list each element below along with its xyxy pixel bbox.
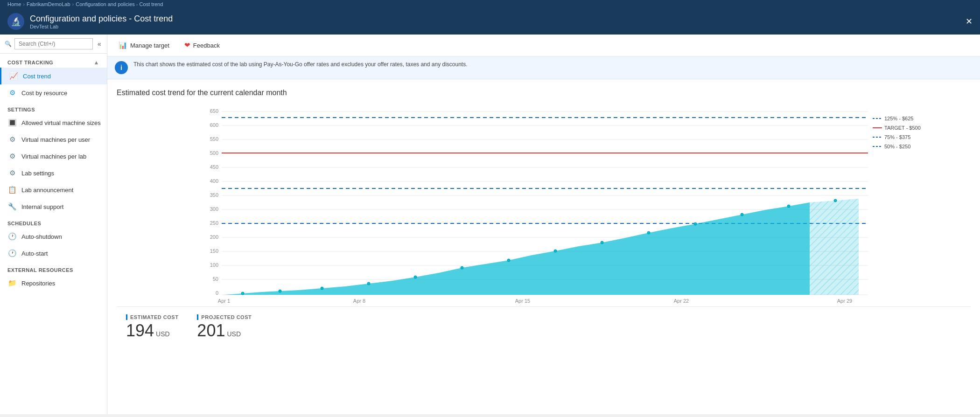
- close-button[interactable]: ✕: [966, 16, 973, 27]
- svg-text:500: 500: [210, 150, 218, 156]
- svg-point-43: [554, 250, 557, 252]
- search-icon: 🔍: [5, 41, 12, 47]
- sidebar: 🔍 « COST TRACKING ▲ 📈 Cost trend ⚙ Cost …: [0, 35, 107, 414]
- top-bar: 🔬 Configuration and policies - Cost tren…: [0, 8, 980, 35]
- manage-target-button[interactable]: 📊 Manage target: [115, 39, 173, 51]
- svg-point-40: [414, 276, 417, 278]
- svg-text:550: 550: [210, 136, 218, 142]
- sidebar-label-auto-start: Auto-start: [21, 250, 48, 257]
- cost-summary: ESTIMATED COST 194 USD PROJECTED COST 20…: [117, 306, 971, 348]
- section-label-cost-tracking: COST TRACKING: [7, 60, 53, 65]
- section-label-schedules: SCHEDULES: [7, 221, 41, 226]
- sidebar-label-lab-settings: Lab settings: [21, 170, 54, 177]
- svg-marker-33: [224, 202, 810, 295]
- announcement-icon: 📋: [7, 185, 17, 195]
- sidebar-label-lab-announcement: Lab announcement: [21, 187, 73, 194]
- sidebar-item-auto-start[interactable]: 🕐 Auto-start: [0, 245, 107, 262]
- feedback-button[interactable]: ❤ Feedback: [181, 39, 224, 51]
- sidebar-item-vm-per-lab[interactable]: ⚙ Virtual machines per lab: [0, 148, 107, 165]
- sidebar-label-vm-per-lab: Virtual machines per lab: [21, 153, 86, 160]
- svg-point-41: [461, 266, 463, 269]
- vm-lab-icon: ⚙: [7, 152, 17, 161]
- breadcrumb-home[interactable]: Home: [7, 1, 21, 7]
- section-header-external-resources: EXTERNAL RESOURCES: [0, 262, 107, 275]
- chevron-up-icon: ▲: [94, 59, 99, 66]
- chart-title: Estimated cost trend for the current cal…: [117, 89, 971, 97]
- svg-text:125% - $625: 125% - $625: [884, 116, 913, 121]
- app-logo: 🔬: [7, 13, 24, 30]
- svg-text:Apr 22: Apr 22: [674, 298, 689, 304]
- svg-text:400: 400: [210, 178, 218, 184]
- svg-text:100: 100: [210, 262, 218, 268]
- svg-point-37: [279, 290, 281, 292]
- sidebar-item-internal-support[interactable]: 🔧 Internal support: [0, 198, 107, 215]
- sidebar-item-cost-trend[interactable]: 📈 Cost trend: [0, 68, 107, 84]
- main-content: 📊 Manage target ❤ Feedback i This chart …: [107, 35, 980, 414]
- autoshutdown-icon: 🕐: [7, 232, 17, 241]
- info-banner: i This chart shows the estimated cost of…: [107, 56, 980, 79]
- collapse-sidebar-button[interactable]: «: [96, 39, 103, 49]
- estimated-cost-value: 194 USD: [126, 321, 178, 341]
- autostart-icon: 🕐: [7, 249, 17, 258]
- projected-cost-value: 201 USD: [197, 321, 252, 341]
- manage-target-icon: 📊: [119, 41, 127, 49]
- logo-icon: 🔬: [11, 16, 21, 27]
- sidebar-label-allowed-vm-sizes: Allowed virtual machine sizes: [21, 119, 101, 126]
- sidebar-item-lab-announcement[interactable]: 📋 Lab announcement: [0, 181, 107, 198]
- sidebar-item-vm-per-user[interactable]: ⚙ Virtual machines per user: [0, 131, 107, 148]
- svg-point-44: [601, 241, 603, 244]
- sidebar-label-cost-by-resource: Cost by resource: [21, 90, 67, 97]
- projected-cost-currency: USD: [227, 330, 241, 338]
- chart-wrapper: 650 600 550 500 450 400 350 300 250 200 …: [117, 104, 971, 306]
- repos-icon: 📁: [7, 278, 17, 288]
- vm-sizes-icon: 🔳: [7, 118, 17, 127]
- svg-point-48: [787, 205, 790, 208]
- sidebar-item-repositories[interactable]: 📁 Repositories: [0, 275, 107, 292]
- svg-text:Apr 29: Apr 29: [837, 298, 852, 304]
- svg-point-47: [741, 213, 743, 216]
- svg-text:Apr 1: Apr 1: [218, 298, 230, 304]
- svg-text:600: 600: [210, 122, 218, 128]
- breadcrumb-current: Configuration and policies - Cost trend: [76, 1, 163, 7]
- cost-chart-svg: 650 600 550 500 450 400 350 300 250 200 …: [117, 104, 971, 305]
- svg-text:50: 50: [213, 276, 218, 282]
- trend-icon: 📈: [9, 71, 18, 81]
- svg-text:650: 650: [210, 108, 218, 114]
- sidebar-item-cost-by-resource[interactable]: ⚙ Cost by resource: [0, 84, 107, 101]
- feedback-label: Feedback: [193, 42, 220, 49]
- resource-icon: ⚙: [7, 88, 17, 97]
- svg-text:300: 300: [210, 206, 218, 212]
- svg-text:TARGET - $500: TARGET - $500: [884, 125, 921, 131]
- svg-point-39: [367, 282, 370, 285]
- sidebar-item-auto-shutdown[interactable]: 🕐 Auto-shutdown: [0, 228, 107, 245]
- svg-text:75% - $375: 75% - $375: [884, 134, 910, 140]
- app-title-group: Configuration and policies - Cost trend …: [30, 14, 173, 29]
- sidebar-item-lab-settings[interactable]: ⚙ Lab settings: [0, 165, 107, 181]
- sidebar-label-cost-trend: Cost trend: [23, 73, 51, 80]
- estimated-cost-currency: USD: [156, 330, 170, 338]
- sidebar-label-vm-per-user: Virtual machines per user: [21, 136, 90, 143]
- svg-marker-35: [810, 199, 859, 295]
- sidebar-item-allowed-vm-sizes[interactable]: 🔳 Allowed virtual machine sizes: [0, 114, 107, 131]
- svg-text:150: 150: [210, 248, 218, 254]
- projected-cost-item: PROJECTED COST 201 USD: [197, 314, 252, 341]
- sidebar-label-internal-support: Internal support: [21, 203, 63, 210]
- chart-section: Estimated cost trend for the current cal…: [107, 79, 980, 414]
- svg-text:Apr 8: Apr 8: [353, 298, 365, 304]
- estimated-cost-label: ESTIMATED COST: [126, 314, 178, 320]
- section-header-schedules: SCHEDULES: [0, 215, 107, 228]
- breadcrumb-sep2: ›: [72, 1, 74, 7]
- projected-cost-amount: 201: [197, 321, 225, 341]
- svg-text:200: 200: [210, 234, 218, 240]
- feedback-icon: ❤: [184, 41, 190, 49]
- section-label-settings: SETTINGS: [7, 107, 35, 112]
- svg-point-38: [321, 287, 323, 290]
- estimated-cost-amount: 194: [126, 321, 154, 341]
- manage-target-label: Manage target: [130, 42, 169, 49]
- breadcrumb-lab[interactable]: FabrikamDemoLab: [27, 1, 70, 7]
- projected-cost-label: PROJECTED COST: [197, 314, 252, 320]
- lab-settings-icon: ⚙: [7, 168, 17, 178]
- svg-text:350: 350: [210, 192, 218, 198]
- svg-text:250: 250: [210, 220, 218, 226]
- search-input[interactable]: [14, 38, 93, 49]
